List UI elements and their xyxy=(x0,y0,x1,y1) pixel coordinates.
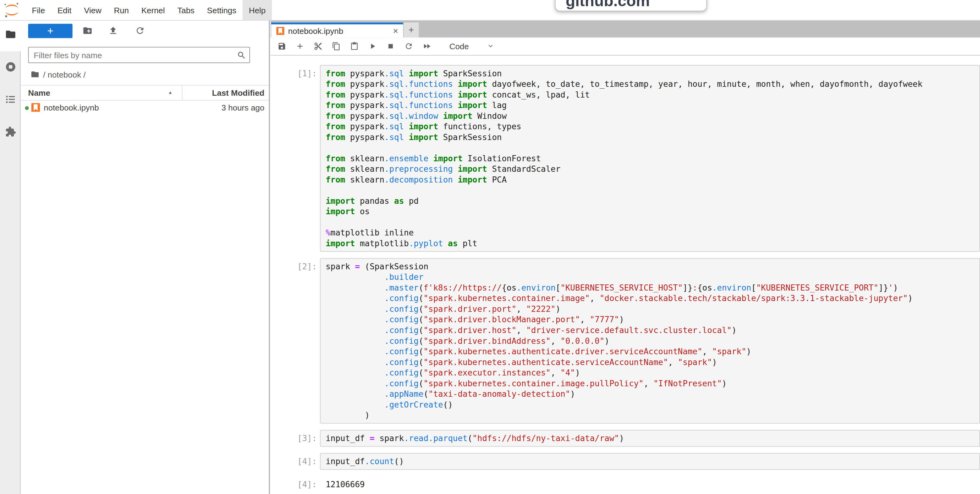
cell-input-area: [3]:input_df = spark.read.parquet("hdfs:… xyxy=(270,430,980,447)
extension-manager-icon[interactable] xyxy=(5,126,16,138)
column-header-last-modified[interactable]: Last Modified xyxy=(212,88,264,97)
code-editor[interactable]: spark = (SparkSession .builder .master(f… xyxy=(320,258,980,424)
notebook-toolbar: Code xyxy=(270,38,980,56)
input-prompt: [2]: xyxy=(270,258,320,424)
menu-item-file[interactable]: File xyxy=(25,0,51,20)
output-text: 12106669 xyxy=(320,476,980,490)
file-browser-icon[interactable] xyxy=(5,29,16,40)
activity-sidebar xyxy=(0,20,21,494)
tab-notebook[interactable]: notebook.ipynb × xyxy=(271,22,403,38)
jupyter-logo-icon xyxy=(4,2,20,18)
file-last-modified: 3 hours ago xyxy=(221,103,264,112)
insert-cell-button[interactable] xyxy=(296,42,304,51)
new-folder-icon[interactable] xyxy=(83,25,92,35)
column-divider xyxy=(182,86,183,100)
screenshot-stage: FileEditViewRunKernelTabsSettingsHelp gi… xyxy=(0,0,980,494)
kernel-running-dot xyxy=(25,106,29,110)
file-list-header: Name ▲ Last Modified xyxy=(21,86,269,100)
file-listing: notebook.ipynb3 hours ago xyxy=(21,101,269,115)
notebook-file-icon xyxy=(32,103,40,112)
menu-item-tabs[interactable]: Tabs xyxy=(171,0,201,20)
paste-cells-button[interactable] xyxy=(350,42,359,51)
notebook-file-icon xyxy=(276,27,284,35)
interrupt-kernel-button[interactable] xyxy=(387,42,395,51)
tab-label: notebook.ipynb xyxy=(288,26,343,35)
upload-icon[interactable] xyxy=(108,25,118,35)
refresh-icon[interactable] xyxy=(135,25,145,35)
column-header-name[interactable]: Name xyxy=(28,88,50,97)
code-editor[interactable]: input_df.count() xyxy=(320,453,980,470)
activity-sidebar-background xyxy=(0,51,21,494)
code-editor[interactable]: input_df = spark.read.parquet("hdfs://hd… xyxy=(320,430,980,447)
breadcrumb[interactable]: / notebook / xyxy=(30,68,86,80)
menu-item-help[interactable]: Help xyxy=(243,0,272,20)
browser-popup-text: github.com xyxy=(556,0,706,10)
run-cell-button[interactable] xyxy=(368,42,377,51)
output-prompt: [4]: xyxy=(270,476,320,490)
file-row[interactable]: notebook.ipynb3 hours ago xyxy=(21,101,269,115)
running-kernels-icon[interactable] xyxy=(5,61,16,73)
new-launcher-button[interactable]: + xyxy=(28,24,72,38)
menu-item-run[interactable]: Run xyxy=(108,0,135,20)
cell-input-area: [4]:input_df.count() xyxy=(270,453,980,470)
cell-input-area: [2]:spark = (SparkSession .builder .mast… xyxy=(270,258,980,424)
breadcrumb-path: / notebook / xyxy=(43,70,86,79)
home-folder-icon[interactable] xyxy=(30,70,39,78)
cut-cells-button[interactable] xyxy=(314,42,322,51)
jupyterlab-app: FileEditViewRunKernelTabsSettingsHelp gi… xyxy=(0,0,980,494)
menu-item-edit[interactable]: Edit xyxy=(51,0,78,20)
cell-output-area: [4]:12106669 xyxy=(270,476,980,490)
save-button[interactable] xyxy=(277,42,286,51)
restart-run-all-button[interactable] xyxy=(422,42,431,51)
input-prompt: [3]: xyxy=(270,430,320,447)
new-tab-button[interactable]: + xyxy=(404,22,419,38)
dock-tab-bar: notebook.ipynb × + xyxy=(270,20,980,38)
cell-input-area: [1]:from pyspark.sql import SparkSession… xyxy=(270,65,980,252)
input-prompt: [4]: xyxy=(270,453,320,470)
file-browser-panel: + / notebook / Name ▲ Last Modified not xyxy=(21,20,270,494)
restart-kernel-button[interactable] xyxy=(404,42,413,51)
file-name: notebook.ipynb xyxy=(44,103,99,112)
browser-popup: github.com xyxy=(555,0,707,11)
code-editor[interactable]: from pyspark.sql import SparkSessionfrom… xyxy=(320,65,980,252)
filter-files-input[interactable] xyxy=(28,47,250,63)
input-prompt: [1]: xyxy=(270,65,320,252)
close-tab-icon[interactable]: × xyxy=(393,25,398,35)
menu-item-kernel[interactable]: Kernel xyxy=(135,0,171,20)
sort-ascending-icon[interactable]: ▲ xyxy=(168,90,172,94)
menu-bar-items: FileEditViewRunKernelTabsSettingsHelp xyxy=(25,0,272,20)
menu-item-settings[interactable]: Settings xyxy=(201,0,243,20)
copy-cells-button[interactable] xyxy=(332,42,340,51)
notebook-panel: notebook.ipynb × + Code [1]:from pyspark… xyxy=(270,20,980,494)
menu-bar: FileEditViewRunKernelTabsSettingsHelp xyxy=(0,0,980,21)
cell-type-selector[interactable]: Code xyxy=(450,41,469,51)
table-of-contents-icon[interactable] xyxy=(5,94,16,105)
notebook-cells: [1]:from pyspark.sql import SparkSession… xyxy=(270,56,980,494)
search-icon xyxy=(237,51,246,60)
chevron-down-icon[interactable] xyxy=(486,42,495,51)
menu-item-view[interactable]: View xyxy=(78,0,107,20)
